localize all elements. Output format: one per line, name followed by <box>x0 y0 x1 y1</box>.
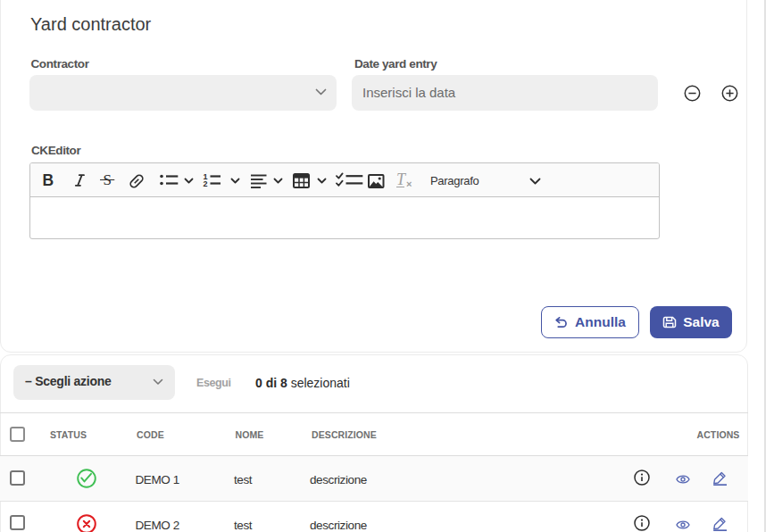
svg-text:2: 2 <box>204 179 208 187</box>
